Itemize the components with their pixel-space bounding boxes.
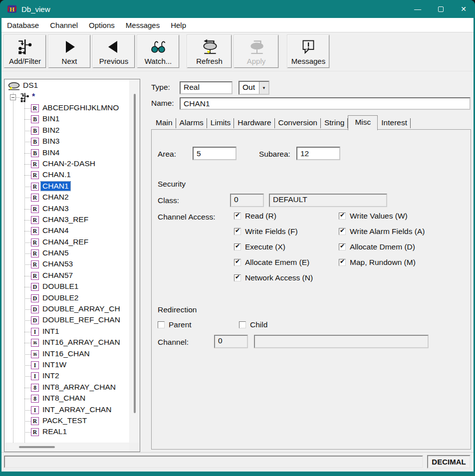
window-title: Db_view bbox=[21, 5, 50, 13]
tree-root-node[interactable]: DS1 bbox=[5, 80, 129, 92]
tree-item[interactable]: D DOUBLE2 bbox=[5, 293, 129, 304]
tree-item[interactable]: B BIN1 bbox=[5, 114, 129, 125]
previous-button[interactable]: Previous bbox=[93, 35, 135, 68]
tree-connector bbox=[24, 131, 31, 131]
tree-connector bbox=[24, 276, 31, 276]
tree-connector bbox=[24, 231, 31, 232]
tab-conversion[interactable]: Conversion bbox=[275, 117, 321, 130]
tree-item[interactable]: R CHAN.1 bbox=[5, 170, 129, 181]
subarea-input[interactable] bbox=[296, 147, 340, 160]
access-checkbox[interactable]: Write Values (W) bbox=[339, 211, 425, 221]
access-checkbox[interactable]: Network Access (N) bbox=[234, 273, 313, 283]
horizontal-scrollbar-thumb[interactable] bbox=[19, 446, 55, 448]
access-checkbox[interactable]: Allocate Dmem (D) bbox=[339, 242, 425, 252]
parent-checkbox[interactable]: Parent bbox=[158, 320, 192, 329]
checkbox-icon bbox=[339, 243, 346, 250]
tree-connector bbox=[24, 298, 31, 299]
collapse-expander-icon[interactable] bbox=[10, 94, 16, 100]
next-button[interactable]: Next bbox=[48, 35, 90, 68]
refresh-button[interactable]: Refresh bbox=[187, 35, 232, 68]
tree-item[interactable]: B BIN3 bbox=[5, 136, 129, 147]
add-filter-button[interactable]: Add/Filter bbox=[4, 35, 46, 68]
tree-item-label: REAL1 bbox=[42, 427, 67, 436]
tree-item[interactable]: R ABCEDFGHIJKLMNO bbox=[5, 103, 129, 114]
close-button[interactable]: ✕ bbox=[452, 0, 475, 18]
tab-main[interactable]: Main bbox=[152, 117, 176, 130]
menu-channel[interactable]: Channel bbox=[44, 18, 83, 32]
tree-item-label: DOUBLE1 bbox=[42, 282, 78, 291]
tree-item-label: ABCEDFGHIJKLMNO bbox=[42, 103, 119, 112]
tree-item[interactable]: I INT1 bbox=[5, 326, 129, 337]
tree-item[interactable]: I6 INT16_CHAN bbox=[5, 349, 129, 360]
tab-hardware[interactable]: Hardware bbox=[234, 117, 274, 130]
tree-item[interactable]: D DOUBLE_ARRAY_CH bbox=[5, 304, 129, 315]
maximize-button[interactable] bbox=[429, 0, 452, 18]
watch-button[interactable]: Watch... bbox=[137, 35, 179, 68]
tree-item[interactable]: I6 INT16_ARRAY_CHAN bbox=[5, 337, 129, 348]
name-input[interactable] bbox=[180, 97, 471, 110]
tree-item[interactable]: R PACK_TEST bbox=[5, 416, 129, 427]
tree-horizontal-scrollbar[interactable] bbox=[5, 443, 129, 451]
child-checkbox[interactable]: Child bbox=[239, 320, 267, 329]
checkbox-label: Write Fields (F) bbox=[245, 227, 298, 236]
tab-alarms[interactable]: Alarms bbox=[176, 117, 207, 130]
area-input[interactable] bbox=[193, 147, 237, 160]
tree-filter-node[interactable]: * bbox=[5, 92, 129, 103]
tree-item[interactable]: B BIN2 bbox=[5, 125, 129, 136]
tree-item-list: R ABCEDFGHIJKLMNO B BIN1 B bbox=[5, 103, 129, 438]
tree-connector bbox=[24, 164, 31, 165]
tree-vertical-scrollbar[interactable] bbox=[130, 80, 139, 443]
tree-item[interactable]: I INT1W bbox=[5, 360, 129, 371]
vertical-scrollbar-thumb[interactable] bbox=[134, 94, 136, 413]
access-checkbox[interactable]: Execute (X) bbox=[234, 242, 313, 252]
access-checkbox[interactable]: Allocate Emem (E) bbox=[234, 257, 313, 267]
checkbox-icon bbox=[234, 213, 241, 220]
messages-bubble-icon bbox=[301, 37, 316, 57]
tree-item[interactable]: R CHAN2 bbox=[5, 192, 129, 203]
tree-connector bbox=[24, 220, 31, 221]
tree-item[interactable]: D DOUBLE1 bbox=[5, 281, 129, 292]
chevron-down-icon[interactable]: ▼ bbox=[259, 82, 268, 94]
next-arrow-icon bbox=[62, 37, 77, 57]
tree-connector bbox=[24, 320, 31, 321]
tree-item[interactable]: R CHAN4 bbox=[5, 226, 129, 237]
tree-item[interactable]: 8 INT8_ARRAY_CHAN bbox=[5, 382, 129, 393]
tree-item[interactable]: R CHAN4_REF bbox=[5, 237, 129, 248]
tree-item[interactable]: R CHAN3_REF bbox=[5, 215, 129, 226]
toolbar: Add/Filter Next Previous bbox=[1, 32, 474, 71]
channel-type-icon: I bbox=[31, 361, 39, 369]
checkbox-label: Allocate Emem (E) bbox=[245, 258, 309, 267]
tree-item[interactable]: 8 INT8_CHAN bbox=[5, 393, 129, 404]
menu-messages[interactable]: Messages bbox=[120, 18, 165, 32]
menu-help[interactable]: Help bbox=[165, 18, 192, 32]
access-checkbox[interactable]: Read (R) bbox=[234, 211, 313, 221]
tree-item[interactable]: R CHAN53 bbox=[5, 259, 129, 270]
tab-string[interactable]: String bbox=[321, 117, 348, 130]
tree-item[interactable]: R CHAN3 bbox=[5, 204, 129, 215]
tree-connector bbox=[24, 119, 31, 120]
direction-dropdown[interactable]: Out ▼ bbox=[238, 81, 269, 95]
menu-database[interactable]: Database bbox=[1, 18, 44, 32]
menu-options[interactable]: Options bbox=[83, 18, 120, 32]
tab-interest[interactable]: Interest bbox=[378, 117, 411, 130]
tree-item[interactable]: I INT_ARRAY_CHAN bbox=[5, 405, 129, 416]
tree-item[interactable]: R CHAN1 bbox=[5, 181, 129, 192]
access-checkbox[interactable]: Map, Rundown (M) bbox=[339, 257, 425, 267]
minimize-button[interactable]: — bbox=[406, 0, 429, 18]
tree-connector bbox=[24, 287, 31, 287]
apply-button[interactable]: Apply bbox=[234, 35, 278, 68]
tree-item[interactable]: R CHAN5 bbox=[5, 248, 129, 259]
messages-button[interactable]: Messages bbox=[287, 35, 329, 68]
tree-item[interactable]: D DOUBLE_REF_CHAN bbox=[5, 315, 129, 326]
channel-type-icon: R bbox=[31, 205, 39, 213]
tab-limits[interactable]: Limits bbox=[207, 117, 234, 130]
access-checkbox[interactable]: Write Fields (F) bbox=[234, 227, 313, 237]
access-checkbox[interactable]: Write Alarm Fields (A) bbox=[339, 227, 425, 237]
tree-item[interactable]: R CHAN57 bbox=[5, 270, 129, 281]
tree-item[interactable]: R CHAN-2-DASH bbox=[5, 159, 129, 170]
channel-type-icon: B bbox=[31, 138, 39, 146]
tab-misc[interactable]: Misc bbox=[348, 115, 378, 130]
tree-item[interactable]: R REAL1 bbox=[5, 427, 129, 438]
tree-item[interactable]: B BIN4 bbox=[5, 148, 129, 159]
tree-item[interactable]: I INT2 bbox=[5, 371, 129, 382]
